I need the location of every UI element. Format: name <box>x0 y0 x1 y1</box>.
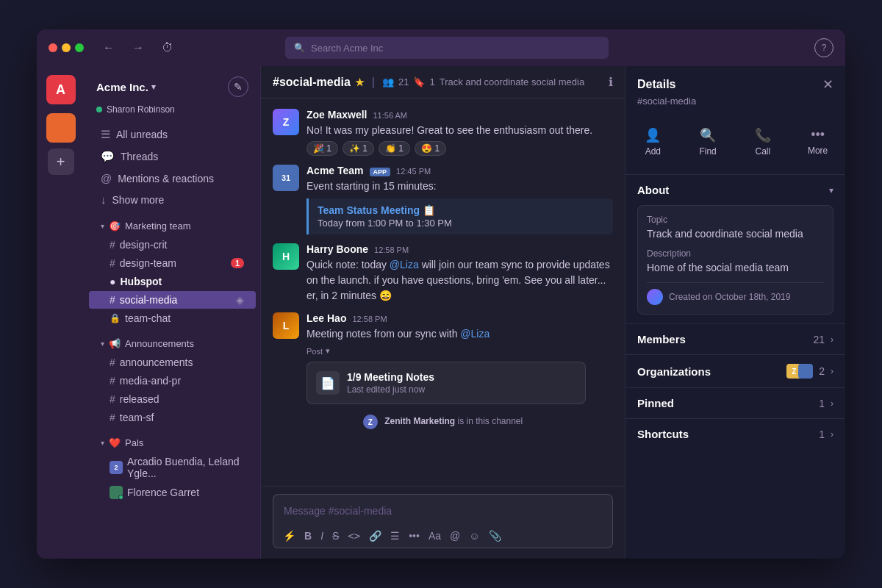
system-message: Z Zenith Marketing is in this channel <box>261 409 625 435</box>
dm-florence[interactable]: Florence Garret <box>89 483 256 502</box>
add-action-button[interactable]: 👤 Add <box>625 121 681 162</box>
channel-label: Hubspot <box>120 276 162 287</box>
call-action-button[interactable]: 📞 Call <box>736 121 791 162</box>
list-button[interactable]: ☰ <box>387 527 404 545</box>
org-avatar-b <box>798 364 813 379</box>
channel-media-and-pr[interactable]: # media-and-pr <box>89 372 256 390</box>
shortcuts-chevron-icon: › <box>831 429 833 440</box>
call-label: Call <box>756 146 771 157</box>
workspace-icon-secondary[interactable] <box>46 113 76 143</box>
section-chevron-icon: ▾ <box>101 340 104 348</box>
pinned-chevron-icon: › <box>831 398 833 409</box>
back-button[interactable]: ← <box>98 38 119 57</box>
members-right: 21 › <box>813 334 833 345</box>
input-toolbar: ⚡ B I S <> 🔗 ☰ ••• Aa @ ☺ 📎 <box>273 524 612 548</box>
message-time: 12:58 PM <box>352 315 387 323</box>
details-close-button[interactable]: ✕ <box>822 76 833 93</box>
reaction-item[interactable]: 👏 1 <box>379 141 410 156</box>
announcements-header[interactable]: ▾ 📢 Announcements <box>89 334 256 353</box>
more-toolbar-button[interactable]: ••• <box>405 527 423 545</box>
message-header: Acme Team APP 12:45 PM <box>306 165 613 176</box>
channel-team-chat[interactable]: 🔒 team-chat <box>89 309 256 327</box>
message-input-area: ⚡ B I S <> 🔗 ☰ ••• Aa @ ☺ 📎 <box>261 486 625 559</box>
post-card[interactable]: 📄 1/9 Meeting Notes Last edited just now <box>306 362 586 404</box>
unread-badge: 1 <box>231 258 244 268</box>
dm-avatar: 2 <box>110 461 123 474</box>
font-button[interactable]: Aa <box>425 527 445 545</box>
channel-announcements[interactable]: # announcements <box>89 354 256 371</box>
find-action-button[interactable]: 🔍 Find <box>681 121 736 162</box>
add-workspace-button[interactable]: + <box>48 148 74 175</box>
marketing-team-section: ▾ 🎯 Marketing team # design-crit # desig… <box>85 216 260 328</box>
message-input[interactable] <box>273 495 612 524</box>
bookmark-icon: ◈ <box>236 294 244 306</box>
emoji-button[interactable]: ☺ <box>465 527 483 545</box>
all-unreads-item[interactable]: ☰ All unreads <box>89 124 256 145</box>
code-button[interactable]: <> <box>344 527 364 545</box>
avatar: Z <box>273 109 299 135</box>
more-action-button[interactable]: ••• More <box>790 121 845 162</box>
star-icon[interactable]: ★ <box>355 76 365 88</box>
history-button[interactable]: ⏱ <box>157 38 178 57</box>
find-icon: 🔍 <box>700 127 716 143</box>
search-input[interactable] <box>311 43 600 54</box>
close-button[interactable] <box>49 43 57 52</box>
members-row[interactable]: Members 21 › <box>625 323 845 354</box>
find-label: Find <box>699 146 716 157</box>
system-name: Zenith Marketing <box>384 416 455 426</box>
forward-button[interactable]: → <box>128 38 148 57</box>
pinned-row[interactable]: Pinned 1 › <box>625 387 845 418</box>
topic-label: Topic <box>647 215 824 225</box>
traffic-lights <box>49 43 84 52</box>
message-group: 31 Acme Team APP 12:45 PM Event starting… <box>261 160 625 239</box>
fullscreen-button[interactable] <box>75 43 84 52</box>
channel-hubspot[interactable]: ● Hubspot <box>89 273 256 290</box>
message-content: Lee Hao 12:58 PM Meeting notes from our … <box>306 312 613 404</box>
italic-button[interactable]: I <box>317 527 327 545</box>
marketing-team-header[interactable]: ▾ 🎯 Marketing team <box>89 217 256 235</box>
organizations-row[interactable]: Organizations Z 2 › <box>625 354 845 387</box>
minimize-button[interactable] <box>62 43 71 52</box>
shortcuts-row[interactable]: Shortcuts 1 › <box>625 418 845 449</box>
threads-item[interactable]: 💬 Threads <box>89 146 256 167</box>
pals-header[interactable]: ▾ ❤️ Pals <box>89 434 256 452</box>
mention-button[interactable]: @ <box>446 527 464 545</box>
shortcuts-right: 1 › <box>819 429 833 440</box>
info-button[interactable]: ℹ <box>609 75 613 89</box>
lock-icon: 🔒 <box>110 313 121 323</box>
channel-design-team[interactable]: # design-team 1 <box>89 254 256 272</box>
mentions-item[interactable]: @ Mentions & reactions <box>89 168 256 188</box>
reaction-item[interactable]: 🎉 1 <box>306 141 338 156</box>
workspace-name[interactable]: Acme Inc. ▾ <box>96 81 156 93</box>
people-icon: 👥 <box>382 76 394 87</box>
about-header[interactable]: About ▾ <box>637 184 833 196</box>
search-bar[interactable]: 🔍 <box>285 37 609 59</box>
add-icon: 👤 <box>645 127 661 143</box>
threads-icon: 💬 <box>101 150 115 163</box>
dm-arcadio[interactable]: 2 Arcadio Buendia, Leland Ygle... <box>89 453 256 482</box>
channel-design-crit[interactable]: # design-crit <box>89 236 256 254</box>
reaction-item[interactable]: 😍 1 <box>415 141 446 156</box>
channel-team-sf[interactable]: # team-sf <box>89 409 256 426</box>
message-text: Quick note: today @Liza will join our te… <box>306 257 613 304</box>
compose-button[interactable]: ✎ <box>228 76 248 97</box>
attach-button[interactable]: 📎 <box>485 527 505 545</box>
reaction-item[interactable]: ✨ 1 <box>343 141 374 156</box>
workspace-header: Acme Inc. ▾ ✎ <box>85 66 260 104</box>
message-text: Event starting in 15 minutes: <box>306 179 613 194</box>
lightning-button[interactable]: ⚡ <box>279 527 299 545</box>
link-button[interactable]: 🔗 <box>365 527 385 545</box>
section-chevron-icon: ▾ <box>101 439 104 447</box>
help-button[interactable]: ? <box>814 38 833 57</box>
channel-social-media[interactable]: # social-media ◈ <box>89 291 256 309</box>
message-time: 12:45 PM <box>396 167 431 176</box>
workspace-icon-primary[interactable]: A <box>46 75 76 104</box>
show-more-icon: ↓ <box>101 193 107 206</box>
mention: @Liza <box>390 259 419 270</box>
channel-released[interactable]: # released <box>89 390 256 408</box>
post-meta: Last edited just now <box>347 384 434 395</box>
show-more-item[interactable]: ↓ Show more <box>89 190 256 209</box>
pinned-title: Pinned <box>637 397 674 409</box>
strikethrough-button[interactable]: S <box>329 527 343 545</box>
bold-button[interactable]: B <box>301 527 315 545</box>
